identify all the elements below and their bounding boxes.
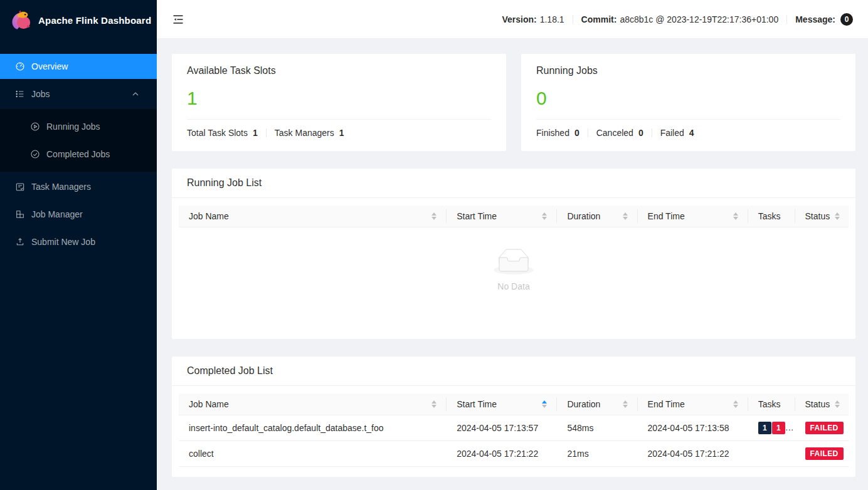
schedule-icon xyxy=(15,182,25,192)
sorter-icon xyxy=(733,400,738,408)
menu-fold-icon[interactable] xyxy=(172,13,184,26)
upload-icon xyxy=(15,237,25,247)
completed-job-list-panel: Completed Job List Job Name Start Time D… xyxy=(172,357,855,477)
job-name-cell: insert-into_default_catalog.default_data… xyxy=(179,415,447,441)
sidebar-item-jobs[interactable]: Jobs xyxy=(0,81,157,107)
column-header-start-time[interactable]: Start Time xyxy=(447,394,557,415)
status-cell: FAILED xyxy=(795,441,849,467)
card-footer-stats: Total Task Slots 1 Task Managers 1 xyxy=(187,128,491,138)
content-area: Available Task Slots 1 Total Task Slots … xyxy=(157,39,868,490)
app-title: Apache Flink Dashboard xyxy=(38,15,151,26)
empty-state: No Data xyxy=(179,227,849,329)
column-header-start-time[interactable]: Start Time xyxy=(447,206,557,227)
top-header-bar: Version: 1.18.1 Commit: a8c8b1c @ 2023-1… xyxy=(157,0,868,39)
available-task-slots-card: Available Task Slots 1 Total Task Slots … xyxy=(172,54,506,151)
stat-failed: Failed 4 xyxy=(660,128,694,138)
commit-value: a8c8b1c @ 2023-12-19T22:17:36+01:00 xyxy=(620,14,778,24)
divider xyxy=(786,15,787,24)
sidebar-item-job-manager[interactable]: Job Manager xyxy=(0,202,157,227)
card-title: Available Task Slots xyxy=(187,65,491,76)
sidebar-item-label: Submit New Job xyxy=(31,237,95,247)
completed-job-table: Job Name Start Time Duration End Time Ta… xyxy=(172,386,855,477)
column-header-status[interactable]: Status xyxy=(795,394,849,415)
sidebar-item-task-managers[interactable]: Task Managers xyxy=(0,174,157,199)
tasks-total-badge: 1 xyxy=(758,422,771,434)
sidebar-item-overview[interactable]: Overview xyxy=(0,54,157,79)
column-header-job-name[interactable]: Job Name xyxy=(179,394,447,415)
running-job-list-title: Running Job List xyxy=(187,177,262,188)
build-icon xyxy=(15,209,25,219)
sidebar-item-running-jobs[interactable]: Running Jobs xyxy=(0,114,157,139)
sorter-icon xyxy=(623,400,628,408)
running-jobs-card: Running Jobs 0 Finished 0 Canceled 0 xyxy=(521,54,855,151)
sidebar-item-completed-jobs[interactable]: Completed Jobs xyxy=(0,142,157,167)
version-label: Version: xyxy=(502,14,536,24)
start-time-cell: 2024-04-05 17:13:57 xyxy=(447,415,557,441)
jobs-submenu: Running Jobs Completed Jobs xyxy=(0,109,157,172)
sorter-icon-active-ascend xyxy=(542,400,547,408)
flink-squirrel-logo-icon xyxy=(9,9,32,31)
sidebar-item-label: Completed Jobs xyxy=(46,149,110,159)
sidebar-item-label: Running Jobs xyxy=(46,122,100,132)
sorter-icon xyxy=(835,400,840,408)
duration-cell: 548ms xyxy=(557,415,637,441)
stat-finished: Finished 0 xyxy=(536,128,580,138)
empty-box-icon xyxy=(494,249,534,274)
chevron-up-icon xyxy=(130,89,140,99)
column-header-status[interactable]: Status xyxy=(795,206,849,227)
column-header-tasks: Tasks xyxy=(748,206,795,227)
column-header-duration[interactable]: Duration xyxy=(557,394,637,415)
sorter-icon xyxy=(835,212,840,220)
panel-title-row: Running Job List xyxy=(172,169,855,197)
stat-total-task-slots: Total Task Slots 1 xyxy=(187,128,258,138)
message-count-badge[interactable]: 0 xyxy=(840,13,853,26)
divider xyxy=(536,119,840,120)
table-header-row: Job Name Start Time Duration End Time Ta… xyxy=(179,394,849,415)
card-footer-stats: Finished 0 Canceled 0 Failed 4 xyxy=(536,128,840,138)
status-cell: FAILED xyxy=(795,415,849,441)
stat-canceled: Canceled 0 xyxy=(596,128,643,138)
sidebar-item-label: Jobs xyxy=(31,89,50,99)
start-time-cell: 2024-04-05 17:21:22 xyxy=(447,441,557,467)
sidebar-item-label: Job Manager xyxy=(31,209,83,219)
card-title: Running Jobs xyxy=(536,65,840,76)
completed-job-list-title: Completed Job List xyxy=(187,365,273,376)
available-task-slots-value: 1 xyxy=(187,86,491,110)
column-header-tasks: Tasks xyxy=(748,394,795,415)
play-circle-icon xyxy=(30,122,40,132)
sidebar-menu: Overview Jobs Running Jobs Comp xyxy=(0,54,157,254)
sorter-icon xyxy=(623,212,628,220)
build-info: Version: 1.18.1 Commit: a8c8b1c @ 2023-1… xyxy=(502,13,853,26)
sidebar-item-label: Overview xyxy=(31,61,68,71)
end-time-cell: 2024-04-05 17:21:22 xyxy=(638,441,748,467)
table-row[interactable]: insert-into_default_catalog.default_data… xyxy=(179,415,849,441)
duration-cell: 21ms xyxy=(557,441,637,467)
panel-title-row: Completed Job List xyxy=(172,357,855,385)
sorter-icon xyxy=(431,212,437,220)
unordered-list-icon xyxy=(15,89,25,99)
end-time-cell: 2024-04-05 17:13:58 xyxy=(638,415,748,441)
divider xyxy=(588,128,588,137)
column-header-duration[interactable]: Duration xyxy=(557,206,637,227)
sorter-icon xyxy=(431,400,437,408)
message-label: Message: xyxy=(795,14,835,24)
overview-cards-row: Available Task Slots 1 Total Task Slots … xyxy=(172,54,855,151)
running-job-table: Job Name Start Time Duration End Time Ta… xyxy=(172,198,855,339)
column-header-job-name[interactable]: Job Name xyxy=(179,206,447,227)
tasks-cell: 1 1 xyxy=(748,415,795,441)
divider xyxy=(187,119,491,120)
sidebar: Apache Flink Dashboard Overview Jobs Run… xyxy=(0,0,157,490)
app-logo-row[interactable]: Apache Flink Dashboard xyxy=(0,0,157,40)
column-header-end-time[interactable]: End Time xyxy=(638,394,748,415)
sidebar-item-submit-new-job[interactable]: Submit New Job xyxy=(0,229,157,254)
no-data-text: No Data xyxy=(179,281,849,291)
job-name-cell: collect xyxy=(179,441,447,467)
table-row[interactable]: collect 2024-04-05 17:21:22 21ms 2024-04… xyxy=(179,441,849,467)
divider xyxy=(266,128,267,137)
sidebar-item-label: Task Managers xyxy=(31,182,91,192)
column-header-end-time[interactable]: End Time xyxy=(638,206,748,227)
sorter-icon xyxy=(542,212,547,220)
check-circle-icon xyxy=(30,149,40,159)
running-jobs-value: 0 xyxy=(536,86,840,110)
stat-task-managers: Task Managers 1 xyxy=(275,128,344,138)
